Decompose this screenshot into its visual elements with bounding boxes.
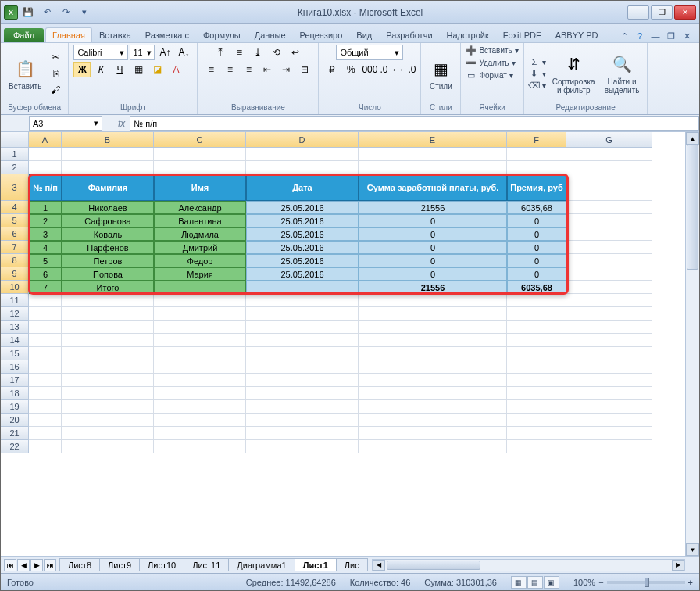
cell-D2[interactable] bbox=[246, 161, 359, 174]
workbook-restore-icon[interactable]: ❐ bbox=[665, 30, 677, 42]
cell-B5[interactable]: Сафронова bbox=[62, 214, 154, 227]
sheet-tab-Диаграмма1[interactable]: Диаграмма1 bbox=[228, 558, 295, 571]
sheet-tab-Лист8[interactable]: Лист8 bbox=[59, 558, 100, 571]
sheet-tab-Лис[interactable]: Лис bbox=[336, 558, 368, 571]
tab-data[interactable]: Данные bbox=[248, 27, 293, 42]
cell-B2[interactable] bbox=[62, 161, 154, 174]
cell-E14[interactable] bbox=[359, 334, 507, 347]
row-header-21[interactable]: 21 bbox=[1, 427, 29, 440]
cell-B4[interactable]: Николаев bbox=[62, 201, 154, 214]
row-header-6[interactable]: 6 bbox=[1, 227, 29, 241]
cell-E1[interactable] bbox=[359, 148, 507, 161]
cell-F14[interactable] bbox=[507, 334, 566, 347]
cell-F18[interactable] bbox=[507, 387, 566, 400]
cell-B8[interactable]: Петров bbox=[62, 254, 154, 267]
decrease-font-button[interactable]: A↓ bbox=[175, 45, 192, 60]
workbook-close-icon[interactable]: ✕ bbox=[680, 30, 693, 42]
cell-F17[interactable] bbox=[507, 374, 566, 387]
sheet-prev-button[interactable]: ◀ bbox=[17, 559, 30, 571]
cell-C4[interactable]: Александр bbox=[154, 201, 246, 214]
cell-E12[interactable] bbox=[359, 307, 507, 321]
column-header-D[interactable]: D bbox=[246, 132, 359, 148]
fill-button[interactable]: ⬇▾ bbox=[529, 68, 546, 79]
tab-abbyy[interactable]: ABBYY PD bbox=[548, 27, 605, 42]
sheet-first-button[interactable]: ⏮ bbox=[4, 559, 16, 571]
bold-button[interactable]: Ж bbox=[73, 62, 91, 77]
cell-E17[interactable] bbox=[359, 374, 507, 387]
cell-G21[interactable] bbox=[566, 427, 652, 440]
cell-A1[interactable] bbox=[29, 148, 62, 161]
column-header-B[interactable]: B bbox=[62, 132, 154, 148]
cell-C18[interactable] bbox=[154, 387, 246, 400]
column-header-G[interactable]: G bbox=[566, 132, 652, 148]
currency-button[interactable]: ₽ bbox=[323, 62, 341, 77]
clear-button[interactable]: ⌫▾ bbox=[529, 80, 546, 91]
row-header-20[interactable]: 20 bbox=[1, 414, 29, 427]
row-header-12[interactable]: 12 bbox=[1, 307, 29, 321]
cell-C2[interactable] bbox=[154, 161, 246, 174]
row-header-13[interactable]: 13 bbox=[1, 321, 29, 334]
cell-E4[interactable]: 21556 bbox=[359, 201, 507, 214]
zoom-level[interactable]: 100% bbox=[573, 578, 595, 587]
font-color-button[interactable]: A bbox=[167, 62, 184, 77]
zoom-out-button[interactable]: − bbox=[598, 578, 603, 587]
cell-E5[interactable]: 0 bbox=[359, 214, 507, 227]
format-painter-button[interactable]: 🖌 bbox=[48, 82, 63, 98]
scroll-left-button[interactable]: ◀ bbox=[373, 560, 385, 571]
tab-addins[interactable]: Надстройк bbox=[440, 27, 496, 42]
row-header-10[interactable]: 10 bbox=[1, 281, 29, 294]
cell-A20[interactable] bbox=[29, 414, 62, 427]
increase-indent-button[interactable]: ⇥ bbox=[277, 62, 295, 77]
zoom-in-button[interactable]: + bbox=[688, 578, 693, 587]
workbook-minimize-icon[interactable]: — bbox=[649, 30, 662, 42]
cell-B9[interactable]: Попова bbox=[62, 267, 154, 281]
cell-G1[interactable] bbox=[566, 148, 652, 161]
cell-E18[interactable] bbox=[359, 387, 507, 400]
row-header-3[interactable]: 3 bbox=[1, 174, 29, 201]
page-layout-view-button[interactable]: ▤ bbox=[527, 576, 543, 589]
row-header-19[interactable]: 19 bbox=[1, 400, 29, 414]
cell-G14[interactable] bbox=[566, 334, 652, 347]
cell-E9[interactable]: 0 bbox=[359, 267, 507, 281]
font-size-select[interactable]: 11▾ bbox=[130, 45, 155, 60]
cell-C19[interactable] bbox=[154, 400, 246, 414]
column-header-E[interactable]: E bbox=[359, 132, 507, 148]
cell-B6[interactable]: Коваль bbox=[62, 227, 154, 241]
cell-B3[interactable]: Фамилия bbox=[62, 174, 154, 201]
cell-F16[interactable] bbox=[507, 360, 566, 374]
column-header-A[interactable]: A bbox=[29, 132, 62, 148]
cell-G20[interactable] bbox=[566, 414, 652, 427]
increase-decimal-button[interactable]: .0→ bbox=[380, 62, 397, 77]
cell-C22[interactable] bbox=[154, 440, 246, 453]
row-header-4[interactable]: 4 bbox=[1, 201, 29, 214]
cell-C12[interactable] bbox=[154, 307, 246, 321]
minimize-button[interactable]: — bbox=[627, 5, 649, 20]
cut-button[interactable]: ✂ bbox=[48, 49, 63, 65]
cell-E10[interactable]: 21556 bbox=[359, 281, 507, 294]
cell-A8[interactable]: 5 bbox=[29, 254, 62, 267]
align-top-button[interactable]: ⤒ bbox=[212, 45, 229, 60]
excel-icon[interactable]: X bbox=[4, 5, 18, 20]
column-header-F[interactable]: F bbox=[507, 132, 566, 148]
cell-B17[interactable] bbox=[62, 374, 154, 387]
font-name-select[interactable]: Calibri▾ bbox=[73, 45, 128, 60]
cell-D10[interactable] bbox=[246, 281, 359, 294]
cell-E2[interactable] bbox=[359, 161, 507, 174]
percent-button[interactable]: % bbox=[342, 62, 359, 77]
cell-A4[interactable]: 1 bbox=[29, 201, 62, 214]
paste-button[interactable]: 📋 Вставить bbox=[5, 56, 45, 92]
align-middle-button[interactable]: ≡ bbox=[230, 45, 248, 60]
scroll-track[interactable] bbox=[686, 145, 699, 543]
decrease-indent-button[interactable]: ⇤ bbox=[259, 62, 276, 77]
cell-D20[interactable] bbox=[246, 414, 359, 427]
close-button[interactable]: ✕ bbox=[674, 5, 696, 20]
cell-B12[interactable] bbox=[62, 307, 154, 321]
align-left-button[interactable]: ≡ bbox=[202, 62, 220, 77]
name-box[interactable]: A3▾ bbox=[29, 116, 102, 131]
cell-F10[interactable]: 6035,68 bbox=[507, 281, 566, 294]
cell-D17[interactable] bbox=[246, 374, 359, 387]
styles-button[interactable]: ▦ Стили bbox=[426, 56, 455, 92]
cell-C1[interactable] bbox=[154, 148, 246, 161]
cell-G9[interactable] bbox=[566, 267, 652, 281]
insert-cells-button[interactable]: ➕Вставить▾ bbox=[466, 45, 518, 56]
